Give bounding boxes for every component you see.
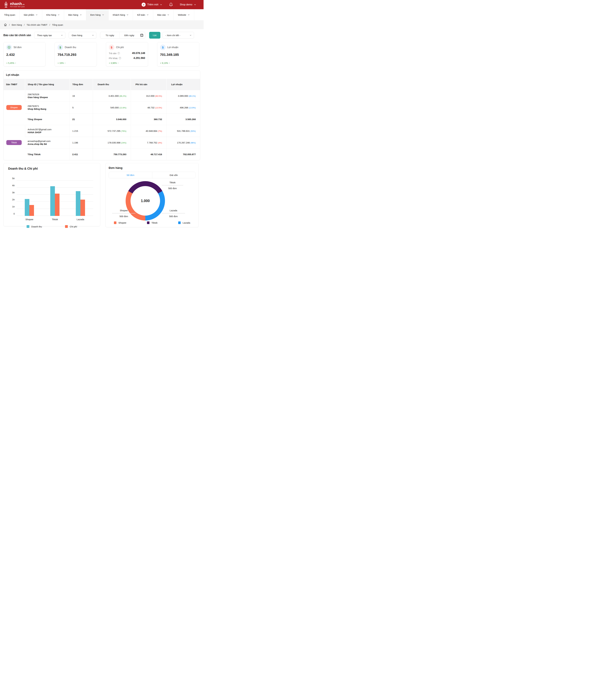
date-type-select[interactable]: Theo ngày tạo: [34, 32, 65, 39]
total-profit-cell-value: 702.055.877: [183, 153, 196, 155]
breadcrumb-item-don-hang[interactable]: Đơn hàng: [12, 23, 22, 26]
callout-lazada-value: 500 đơn: [162, 215, 185, 217]
app-header: nhanh.vn Tiết kiệm thời gian + Thêm mới …: [0, 0, 204, 9]
fee-cell-pct: (13.5%): [155, 107, 162, 109]
chevron-down-icon: [80, 14, 82, 16]
fee-cell-value: 312.000: [146, 94, 154, 97]
chevron-down-icon: [160, 4, 162, 6]
table-header-row: Sàn TMĐT Shop ID | Tên gian hàng Tổng đơ…: [4, 79, 200, 90]
grid-line: [17, 180, 93, 181]
kpi-revenue-label: Doanh thu: [65, 46, 76, 49]
add-new-button[interactable]: + Thêm mới: [142, 3, 162, 7]
cost-platform-fee-value: 49.078.148: [132, 52, 145, 55]
kpi-costs-label: Chi phí: [116, 46, 124, 49]
help-icon[interactable]: ?: [118, 52, 120, 54]
legend-item-chi-phi[interactable]: Chi phí: [65, 225, 77, 228]
donut-tab-so-don[interactable]: Số đơn: [109, 172, 152, 178]
x-label-shopee: Shopee: [25, 218, 34, 221]
kpi-orders-delta: + 5,45%: [6, 62, 14, 64]
shop-name: Shop Bống Bang: [27, 108, 67, 110]
legend-item-doanh-thu[interactable]: Doanh thu: [26, 225, 42, 228]
date-to-input[interactable]: Đến ngày: [120, 34, 139, 37]
nav-item-san-pham[interactable]: Sản phẩm: [19, 9, 42, 20]
shop-name: Gian hàng Shopee: [28, 96, 67, 99]
nav-item-ban-hang[interactable]: Bán hàng: [64, 9, 86, 20]
nav-item-kho-hang[interactable]: Kho hàng: [42, 9, 64, 20]
kpi-cards: Số đơn 2.432 + 5,45%↑ $ Doanh thu 754.71…: [0, 41, 204, 66]
legend-label: Tiktok: [151, 221, 157, 224]
nav-item-website[interactable]: Website: [174, 9, 194, 20]
profit-cell-value: 3.089.000: [178, 94, 188, 97]
add-new-label: Thêm mới: [147, 3, 158, 6]
revenue-cell-pct: (13.8%): [119, 107, 126, 109]
home-icon[interactable]: [4, 23, 7, 26]
col-header-shop: Shop ID | Tên gian hàng: [25, 79, 70, 90]
date-range-picker[interactable]: Từ ngày Đến ngày: [100, 32, 145, 39]
detail-view-select[interactable]: - Xem chi tiết -: [162, 32, 194, 39]
notification-bell-icon[interactable]: [169, 3, 173, 7]
bar-doanh-thu-tiktok: [50, 186, 55, 216]
nav-item-khach-hang[interactable]: Khách hàng: [109, 9, 133, 20]
col-header-revenue: Doanh thu: [93, 79, 131, 90]
detail-view-value: - Xem chi tiết -: [166, 34, 180, 37]
orders-cell: 1.196: [70, 137, 93, 148]
total-orders-cell: 2.411: [70, 148, 93, 160]
nav-item-label: Tổng quan: [4, 13, 15, 16]
profit-cell-value: 496.268: [180, 106, 188, 109]
table-row-tiktok-1: TiktokAnhvtn297@gmail.comHANA SHOP1.2155…: [4, 125, 200, 137]
total-fee-cell-value: 48.717.416: [150, 153, 162, 155]
store-select-value: Gian hàng: [72, 34, 82, 37]
breadcrumb-item-tai-chinh-san-tmdt[interactable]: Tài chính sàn TMĐT: [26, 23, 48, 26]
fee-cell-value: 48.732: [147, 106, 154, 109]
nav-item-bao-cao[interactable]: Báo cáo: [153, 9, 174, 20]
donut-legend-item-tiktok[interactable]: Tiktok: [147, 221, 157, 224]
nhanh-logo[interactable]: nhanh.vn Tiết kiệm thời gian: [3, 1, 25, 8]
shop-name: Anna.shop Mẹ Bé: [27, 143, 67, 145]
orders-cell: 5: [70, 102, 93, 113]
y-tick-label: 2tr: [7, 198, 15, 201]
shop-cell: annashop@gmail.comAnna.shop Mẹ Bé: [25, 137, 70, 148]
table-total-row-tiktok: Tổng Tiktok2.411750.773.29348.717.416702…: [4, 148, 200, 160]
filter-button[interactable]: Lọc: [149, 32, 160, 39]
total-fee-cell: 360.732: [131, 113, 167, 125]
legend-swatch: [147, 221, 149, 224]
nav-item-label: Khách hàng: [113, 13, 125, 16]
help-icon[interactable]: ?: [119, 57, 121, 59]
nav-item-label: Báo cáo: [157, 13, 166, 16]
shop-selector[interactable]: Shop demo: [180, 3, 196, 6]
shop-cell: 296792871Shop Bống Bang: [25, 102, 70, 113]
up-arrow-icon: ↑: [118, 62, 119, 64]
platform-badge-tiktok: Tiktok: [6, 140, 22, 145]
y-tick-label: 4tr: [7, 184, 15, 187]
donut-legend-item-lazada[interactable]: Lazada: [178, 221, 190, 224]
total-profit-cell: 702.055.877: [167, 148, 200, 160]
revenue-cell: 3.401.000(86,2%): [93, 90, 131, 102]
store-select[interactable]: Gian hàng: [69, 32, 96, 39]
kpi-profit-value: 701.349.185: [160, 53, 196, 57]
nav-item-label: Kho hàng: [46, 13, 56, 16]
profit-table-title: Lợi nhuận: [4, 70, 200, 79]
callout-line: [112, 213, 135, 213]
donut-tab-gia-von[interactable]: Giá vốn: [152, 172, 195, 178]
chevron-down-icon: [194, 4, 196, 6]
total-revenue-cell: 3.946.000: [93, 113, 131, 125]
table-row-tiktok-2: annashop@gmail.comAnna.shop Mẹ Bé1.19617…: [4, 137, 200, 148]
revenue-cell-pct: (86,2%): [119, 95, 126, 97]
fee-cell-pct: (4%): [158, 142, 162, 144]
nav-item-ke-toan[interactable]: Kế toán: [133, 9, 153, 20]
col-header-platform: Sàn TMĐT: [4, 79, 25, 90]
callout-tiktok: Tiktok 500 đơn: [162, 181, 183, 190]
revenue-cell: 572.737.295(76%): [93, 125, 131, 137]
date-from-input[interactable]: Từ ngày: [100, 34, 120, 37]
donut-legend-item-shopee[interactable]: Shopee: [114, 221, 126, 224]
breadcrumb: /Đơn hàng/Tài chính sàn TMĐT/Tổng quan: [0, 20, 204, 29]
profit-cell-value: 170.267.246: [177, 141, 190, 144]
nav-item-don-hang[interactable]: Đơn hàng: [86, 9, 109, 20]
col-header-fee: Phí trả sàn: [131, 79, 167, 90]
profit-cell-pct: (86.1%): [189, 95, 196, 97]
shop-id: 296792528: [28, 93, 67, 96]
kpi-card-costs: $ Chi phí Trả sàn? 49.078.148 Phí khác? …: [106, 42, 148, 66]
bar-chi-phi-shopee: [29, 205, 34, 216]
nav-item-tong-quan[interactable]: Tổng quan: [0, 9, 19, 20]
cost-row-platform-fee: Trả sàn? 49.078.148: [109, 52, 145, 55]
